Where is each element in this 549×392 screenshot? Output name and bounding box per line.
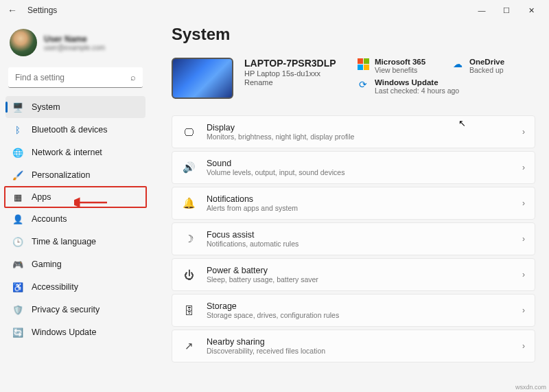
personalization-icon: 🖌️: [12, 170, 23, 181]
card-title: Sound: [207, 159, 511, 168]
profile-email: user@example.com: [44, 44, 105, 51]
search-input[interactable]: [15, 73, 130, 82]
tile-windows-update[interactable]: ⟳ Windows UpdateLast checked: 4 hours ag…: [357, 78, 522, 95]
window-controls: ― ☐ ✕: [469, 0, 544, 21]
sidebar-item-label: Accounts: [32, 214, 67, 224]
watermark: wsxdn.com: [515, 384, 546, 391]
chevron-right-icon: ›: [522, 270, 525, 279]
sidebar-item-privacy[interactable]: 🛡️Privacy & security: [5, 299, 145, 321]
card-sub: Alerts from apps and system: [207, 204, 511, 212]
apps-icon: ▦: [12, 192, 23, 203]
card-sound[interactable]: 🔊SoundVolume levels, output, input, soun…: [172, 151, 535, 184]
back-button[interactable]: ←: [5, 5, 19, 16]
sidebar-item-accessibility[interactable]: ♿Accessibility: [5, 276, 145, 298]
privacy-icon: 🛡️: [12, 304, 23, 315]
title-bar: ← Settings ― ☐ ✕: [0, 0, 549, 21]
microsoft-logo-icon: [357, 58, 369, 70]
time-icon: 🕒: [12, 236, 23, 247]
device-name: LAPTOP-7PSR3DLP: [244, 58, 336, 69]
card-title: Nearby sharing: [207, 337, 511, 347]
nearby-icon: ↗: [182, 340, 196, 352]
sidebar-item-label: Gaming: [32, 260, 62, 269]
sidebar-item-time[interactable]: 🕒Time & language: [5, 231, 145, 253]
profile-name: User Name: [44, 34, 105, 44]
focus-icon: ☽: [182, 233, 196, 245]
sidebar-item-accounts[interactable]: 👤Accounts: [5, 208, 145, 230]
card-storage[interactable]: 🗄StorageStorage space, drives, configura…: [172, 294, 535, 327]
minimize-button[interactable]: ―: [469, 0, 494, 21]
tile-title: Windows Update: [375, 78, 459, 87]
sidebar-item-system[interactable]: 🖥️System: [5, 96, 145, 118]
close-button[interactable]: ✕: [519, 0, 544, 21]
card-sub: Notifications, automatic rules: [207, 240, 511, 248]
tile-title: Microsoft 365: [375, 58, 425, 66]
sidebar-item-label: Windows Update: [32, 327, 97, 337]
profile-block[interactable]: User Name user@example.com: [4, 25, 147, 65]
card-notifications[interactable]: 🔔NotificationsAlerts from apps and syste…: [172, 187, 535, 220]
sidebar-item-update[interactable]: 🔄Windows Update: [5, 321, 145, 343]
accessibility-icon: ♿: [12, 281, 23, 292]
card-title: Focus assist: [207, 230, 511, 240]
card-title: Display: [207, 123, 511, 132]
sidebar-item-label: Bluetooth & devices: [32, 125, 108, 135]
card-title: Storage: [207, 301, 511, 311]
sidebar-item-label: Accessibility: [32, 282, 78, 292]
chevron-right-icon: ›: [522, 341, 525, 351]
card-nearby[interactable]: ↗Nearby sharingDiscoverability, received…: [172, 330, 535, 362]
gaming-icon: 🎮: [12, 259, 23, 270]
notifications-icon: 🔔: [182, 197, 196, 209]
avatar: [10, 29, 37, 56]
sidebar-item-personalization[interactable]: 🖌️Personalization: [5, 164, 145, 186]
device-model: HP Laptop 15s-du1xxx: [244, 69, 336, 78]
sidebar-item-network[interactable]: 🌐Network & internet: [5, 141, 145, 163]
search-icon: ⌕: [130, 72, 136, 82]
chevron-right-icon: ›: [522, 127, 525, 137]
card-sub: Monitors, brightness, night light, displ…: [207, 132, 511, 141]
power-icon: ⏻: [182, 269, 196, 281]
sidebar-item-label: Privacy & security: [32, 305, 100, 314]
app-title: Settings: [27, 5, 57, 15]
sidebar-item-label: Apps: [32, 192, 51, 202]
card-sub: Storage space, drives, configuration rul…: [207, 311, 511, 319]
card-title: Power & battery: [207, 266, 511, 275]
tile-title: OneDrive: [469, 58, 504, 66]
accounts-icon: 👤: [12, 214, 23, 224]
page-title: System: [172, 25, 535, 44]
tile-onedrive[interactable]: ☁ OneDriveBacked up: [452, 58, 533, 74]
search-box[interactable]: ⌕: [8, 67, 143, 88]
storage-icon: 🗄: [182, 305, 196, 316]
sidebar: User Name user@example.com ⌕ 🖥️SystemᛒBl…: [0, 21, 151, 392]
rename-link[interactable]: Rename: [244, 78, 336, 87]
sidebar-item-apps[interactable]: ▦Apps: [4, 186, 147, 208]
sidebar-item-gaming[interactable]: 🎮Gaming: [5, 253, 145, 275]
card-sub: Sleep, battery usage, battery saver: [207, 275, 511, 284]
chevron-right-icon: ›: [522, 163, 525, 172]
tile-sub: Backed up: [469, 66, 504, 74]
device-header: LAPTOP-7PSR3DLP HP Laptop 15s-du1xxx Ren…: [172, 58, 535, 99]
sidebar-item-label: Network & internet: [32, 148, 102, 157]
main-panel: System LAPTOP-7PSR3DLP HP Laptop 15s-du1…: [151, 21, 549, 392]
system-icon: 🖥️: [12, 102, 23, 113]
display-icon: 🖵: [182, 126, 196, 138]
device-image: [172, 58, 233, 99]
card-title: Notifications: [207, 194, 511, 204]
sidebar-item-label: Time & language: [32, 237, 96, 246]
chevron-right-icon: ›: [522, 234, 525, 244]
sidebar-item-label: System: [32, 102, 60, 112]
tile-microsoft365[interactable]: Microsoft 365View benefits: [357, 58, 438, 74]
update-icon: 🔄: [12, 327, 23, 338]
tile-sub: View benefits: [375, 66, 425, 74]
bluetooth-icon: ᛒ: [12, 124, 23, 135]
sidebar-item-bluetooth[interactable]: ᛒBluetooth & devices: [5, 119, 145, 141]
chevron-right-icon: ›: [522, 305, 525, 315]
network-icon: 🌐: [12, 147, 23, 158]
sync-icon: ⟳: [357, 78, 369, 91]
card-focus[interactable]: ☽Focus assistNotifications, automatic ru…: [172, 222, 535, 255]
card-display[interactable]: 🖵DisplayMonitors, brightness, night ligh…: [172, 115, 535, 148]
sound-icon: 🔊: [182, 161, 196, 174]
cloud-icon: ☁: [452, 58, 464, 70]
tile-sub: Last checked: 4 hours ago: [375, 87, 459, 95]
card-sub: Discoverability, received files location: [207, 347, 511, 355]
card-power[interactable]: ⏻Power & batterySleep, battery usage, ba…: [172, 258, 535, 291]
maximize-button[interactable]: ☐: [494, 0, 519, 21]
